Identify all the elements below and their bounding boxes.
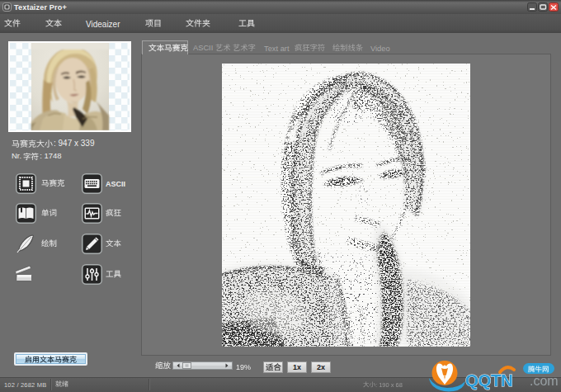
svg-text:QQTN: QQTN (465, 371, 512, 390)
svg-text:.com: .com (530, 374, 559, 388)
